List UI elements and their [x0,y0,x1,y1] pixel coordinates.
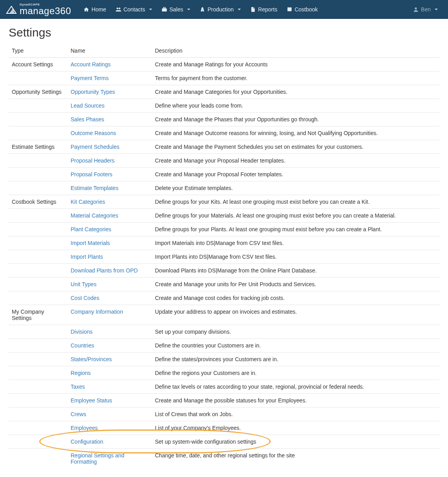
settings-link[interactable]: Employees [71,425,98,431]
briefcase-icon [162,7,167,12]
cell-name: Estimate Templates [67,181,152,195]
settings-link[interactable]: Payment Schedules [71,144,120,150]
settings-link[interactable]: Plant Categories [71,226,111,232]
brand-logo[interactable]: DynaSCAPE manage360 [5,3,71,16]
cell-type [9,71,67,85]
settings-link[interactable]: Outcome Reasons [71,130,116,136]
cell-name: Employee Status [67,394,152,408]
user-icon [413,7,419,12]
cell-description: Create and Manage Outcome reasons for wi… [152,126,439,140]
cell-name: Regional Settings and Formatting [67,449,152,469]
nav-sales[interactable]: Sales [157,1,195,18]
svg-point-2 [117,7,118,9]
cell-type [9,223,67,236]
cell-type [9,181,67,195]
table-row: Import PlantsImport Plants into DS|Manag… [9,250,439,264]
cell-description: List of your Company's Employees. [152,421,439,435]
cell-name: Divisions [67,325,152,339]
cell-type: Costbook Settings [9,195,67,209]
cell-description: Update your address to appear on invoice… [152,305,439,325]
user-menu[interactable]: Ben [408,1,443,18]
settings-link[interactable]: Crews [71,411,86,417]
table-row: Import MaterialsImport Materials into DS… [9,236,439,250]
table-row: Outcome ReasonsCreate and Manage Outcome… [9,126,439,140]
nav-label: Contacts [124,6,145,13]
nav-label: Costbook [295,6,318,13]
table-row: Plant CategoriesDefine groups for your P… [9,223,439,236]
cell-type [9,421,67,435]
settings-link[interactable]: Lead Sources [71,102,104,109]
svg-rect-5 [163,7,165,8]
nav-costbook[interactable]: Costbook [282,1,322,18]
settings-link[interactable]: Employee Status [71,397,112,404]
cell-type: Opportunity Settings [9,85,67,99]
cell-description: Terms for payment from the customer. [152,71,439,85]
table-row: Estimate TemplatesDelete your Estimate t… [9,181,439,195]
nav-production[interactable]: Production [195,1,246,18]
chevron-down-icon [187,9,190,10]
table-row: Download Plants from OPDDownload Plants … [9,264,439,278]
nav-reports[interactable]: Reports [246,1,282,18]
cell-description: List of Crews that work on Jobs. [152,408,439,421]
settings-link[interactable]: Material Categories [71,212,118,219]
settings-link[interactable]: States/Provinces [71,356,112,362]
table-row: Costbook SettingsKit CategoriesDefine gr… [9,195,439,209]
cell-description: Import Plants into DS|Manage from CSV te… [152,250,439,264]
table-row: Regional Settings and FormattingChange t… [9,449,439,469]
settings-link[interactable]: Download Plants from OPD [71,267,138,274]
settings-link[interactable]: Proposal Footers [71,171,113,177]
cell-name: Crews [67,408,152,421]
cell-description: Set up your company divisions. [152,325,439,339]
settings-link[interactable]: Configuration [71,439,103,445]
cell-description: Create and Manage the possible statuses … [152,394,439,408]
cell-name: Unit Types [67,278,152,291]
settings-link[interactable]: Import Plants [71,254,103,260]
road-icon [200,7,205,12]
cell-type [9,435,67,449]
table-row: Sales PhasesCreate and Manage the Phases… [9,113,439,126]
settings-link[interactable]: Kit Categories [71,199,105,205]
cell-name: Material Categories [67,209,152,223]
cell-description: Change time, date, and other regional se… [152,449,439,469]
settings-link[interactable]: Countries [71,342,94,349]
settings-link[interactable]: Account Ratings [71,61,111,68]
cell-name: Countries [67,339,152,353]
nav-contacts[interactable]: Contacts [111,1,157,18]
cell-name: Opportunity Types [67,85,152,99]
table-row: Payment TermsTerms for payment from the … [9,71,439,85]
top-navbar: DynaSCAPE manage360 HomeContactsSalesPro… [0,0,448,19]
table-row: RegionsDefine the regions your Customers… [9,366,439,380]
settings-link[interactable]: Taxes [71,384,85,390]
svg-rect-4 [162,8,167,11]
nav-home[interactable]: Home [79,1,111,18]
settings-link[interactable]: Regions [71,370,91,376]
settings-link[interactable]: Sales Phases [71,116,104,122]
cell-description: Define the states/provinces your Custome… [152,353,439,366]
settings-link[interactable]: Estimate Templates [71,185,118,191]
settings-link[interactable]: Company Information [71,309,123,315]
cell-description: Download Plants into DS|Manage from the … [152,264,439,278]
chevron-down-icon [238,9,241,10]
cell-name: Payment Terms [67,71,152,85]
col-header-name: Name [67,44,152,58]
cell-type [9,353,67,366]
cell-type: Estimate Settings [9,140,67,154]
settings-link[interactable]: Proposal Headers [71,157,115,164]
table-row: My Company SettingsCompany InformationUp… [9,305,439,325]
cell-description: Define groups for your Kits. At least on… [152,195,439,209]
table-row: Unit TypesCreate and Manage your units f… [9,278,439,291]
settings-link[interactable]: Payment Terms [71,75,109,81]
brand-text: DynaSCAPE manage360 [20,3,71,16]
table-row: CrewsList of Crews that work on Jobs. [9,408,439,421]
settings-link[interactable]: Import Materials [71,240,110,246]
table-row: Proposal HeadersCreate and Manage your P… [9,154,439,168]
settings-link[interactable]: Divisions [71,329,93,335]
table-row: Lead SourcesDefine where your leads come… [9,99,439,113]
cell-name: Configuration [67,435,152,449]
settings-link[interactable]: Cost Codes [71,295,99,301]
cell-name: Download Plants from OPD [67,264,152,278]
settings-link[interactable]: Opportunity Types [71,89,115,95]
settings-link[interactable]: Unit Types [71,281,97,287]
cell-name: Lead Sources [67,99,152,113]
settings-link[interactable]: Regional Settings and Formatting [71,452,124,465]
